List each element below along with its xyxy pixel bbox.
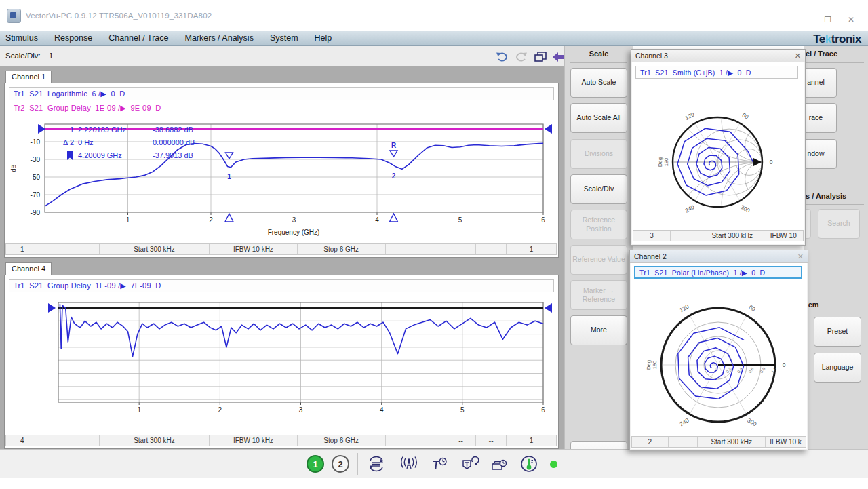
status-cell [39, 244, 100, 254]
reference-position-button: Reference Position [570, 210, 627, 239]
status-cell: 1 [6, 244, 39, 254]
svg-text:60: 60 [741, 111, 749, 121]
channel2-status-bar: 2 Start 300 kHz IFBW 10 k [631, 436, 806, 448]
marker1-value: -38.6882 dB [153, 125, 193, 134]
svg-text:Frequency (GHz): Frequency (GHz) [268, 229, 320, 236]
svg-text:dB: dB [10, 164, 17, 172]
channel3-status-bar: 3 Start 300 kHz IFBW 10 [633, 230, 804, 241]
channel3-title-bar[interactable]: Channel 3 ✕ [631, 50, 805, 62]
svg-text:6: 6 [541, 216, 545, 224]
divider [804, 62, 864, 63]
status-cell[interactable]: -- [476, 244, 507, 254]
channel1-trace1-label[interactable]: Tr1 S21 Logarithmic 6 /▶ 0 D [9, 87, 554, 100]
rf-output-antenna-icon[interactable] [399, 456, 419, 472]
svg-text:1.0: 1.0 [771, 366, 778, 374]
tab-channel-4[interactable]: Channel 4 [5, 262, 52, 275]
back-arrow-icon[interactable] [551, 50, 566, 64]
svg-text:3: 3 [292, 216, 296, 224]
divider [804, 204, 864, 205]
channel-trace-menu-panel: el / Trace annel race ndow s / Analysis … [804, 46, 868, 449]
more-button[interactable]: More [570, 315, 627, 345]
svg-text:2: 2 [392, 172, 396, 180]
port1-indicator[interactable]: 1 [307, 455, 324, 473]
svg-text:240: 240 [678, 416, 690, 427]
channel1-status-bar: 1 Start 300 kHz IFBW 10 kHz Stop 6 GHz -… [5, 243, 557, 255]
channel3-close-icon[interactable]: ✕ [795, 52, 801, 60]
scale-div-button[interactable]: Scale/Div [570, 174, 627, 204]
status-cell: Start 300 kHz [100, 435, 210, 446]
auto-scale-all-button[interactable]: Auto Scale All [570, 103, 627, 133]
svg-text:300: 300 [739, 203, 751, 214]
trigger-clock-icon[interactable] [430, 456, 448, 472]
smith-chart[interactable]: 120600300240Deg180 [633, 80, 804, 241]
svg-text:180: 180 [663, 158, 669, 167]
tab-channel-1[interactable]: Channel 1 [5, 71, 52, 83]
preset-button[interactable]: Preset [814, 317, 861, 347]
status-cell: Start 300 kHz [698, 437, 766, 447]
status-cell: 4 [6, 435, 39, 446]
svg-text:0.2: 0.2 [725, 366, 732, 374]
auto-scale-button[interactable]: Auto Scale [570, 68, 627, 98]
marker-to-reference-button: Marker → Reference [570, 280, 627, 310]
toolbar: Scale/Div: 1 [0, 46, 564, 66]
status-cell: IFBW 10 [764, 231, 804, 241]
marker3-freq: 4.20009 GHz [78, 151, 122, 159]
calibration-status-icon[interactable] [460, 456, 480, 472]
minimize-button[interactable]: – [795, 14, 815, 26]
channel4-plot[interactable]: 123456 [6, 294, 557, 429]
svg-text:240: 240 [684, 203, 696, 214]
marker1-id: 1 [54, 125, 74, 134]
window-button[interactable]: ndow [804, 139, 837, 169]
polar-chart[interactable]: 120600300240Deg1800.20.40.60.81.0 [631, 293, 806, 448]
status-cell: 1 [507, 435, 556, 446]
language-button[interactable]: Language [814, 353, 861, 383]
window-title: VectorVu-PC 0.9.12 TTR506A_V010119_331DA… [26, 12, 212, 20]
search-button: Search [818, 209, 860, 239]
marker2-id: Δ 2 [54, 138, 74, 146]
menu-channel-trace[interactable]: Channel / Trace [108, 33, 168, 43]
menu-markers-analysis[interactable]: Markers / Analysis [184, 33, 253, 43]
status-cell: IFBW 10 k [766, 437, 806, 447]
title-bar[interactable]: VectorVu-PC 0.9.12 TTR506A_V010119_331DA… [0, 0, 868, 31]
save-recall-clock-icon[interactable] [490, 457, 509, 473]
channel3-trace1-label[interactable]: Tr1 S21 Smith (G+jB) 1 /▶ 0 D [635, 66, 798, 79]
new-window-icon[interactable] [533, 50, 548, 64]
status-cell: Stop 6 GHz [298, 244, 386, 254]
channel-trace-header: el / Trace [806, 50, 837, 58]
svg-text:1: 1 [126, 216, 130, 224]
channel2-close-icon[interactable]: ✕ [797, 252, 804, 261]
channel1-trace2-label[interactable]: Tr2 S21 Group Delay 1E-09 /▶ 9E-09 D [9, 102, 554, 115]
app-icon [7, 9, 21, 23]
undo-icon[interactable] [495, 50, 510, 64]
scale-div-value[interactable]: 1 [49, 52, 53, 60]
menu-stimulus[interactable]: Stimulus [5, 33, 38, 43]
close-button[interactable]: ✕ [841, 14, 861, 26]
channel4-status-bar: 4 Start 300 kHz IFBW 10 kHz Stop 6 GHz -… [5, 435, 557, 446]
divider [357, 453, 358, 475]
channel2-trace1-label[interactable]: Tr1 S21 Polar (Lin/Phase) 1 /▶ 0 D [634, 266, 802, 279]
system-status-led [550, 461, 557, 468]
toolbar-separator [68, 48, 68, 64]
menu-help[interactable]: Help [315, 33, 332, 43]
status-cell[interactable]: -- [476, 435, 507, 446]
port2-indicator[interactable]: 2 [332, 455, 349, 473]
channel2-title-bar[interactable]: Channel 2 ✕ [630, 250, 808, 263]
maximize-button[interactable]: ❒ [818, 14, 838, 26]
svg-text:-70: -70 [31, 191, 41, 199]
channel1-plot[interactable]: 123456-10-30-50-70-9012RdBFrequency (GHz… [6, 116, 557, 242]
menu-response[interactable]: Response [54, 33, 92, 43]
continuous-sweep-icon[interactable] [366, 456, 387, 472]
temperature-icon[interactable] [519, 454, 538, 473]
svg-text:300: 300 [746, 417, 758, 428]
menu-system[interactable]: System [270, 33, 298, 43]
channel3-window: Channel 3 ✕ Tr1 S21 Smith (G+jB) 1 /▶ 0 … [631, 49, 806, 246]
channel4-trace1-label[interactable]: Tr1 S21 Group Delay 1E-09 /▶ 7E-09 D [9, 279, 554, 292]
status-cell [386, 435, 419, 446]
trace-button[interactable]: race [804, 103, 837, 133]
status-cell[interactable]: -- [446, 435, 477, 446]
status-cell [39, 435, 100, 446]
status-cell[interactable]: -- [446, 244, 477, 254]
channel-button[interactable]: annel [804, 68, 837, 98]
channel3-body: Tr1 S21 Smith (G+jB) 1 /▶ 0 D 1206003002… [632, 62, 804, 244]
status-cell [386, 244, 419, 254]
